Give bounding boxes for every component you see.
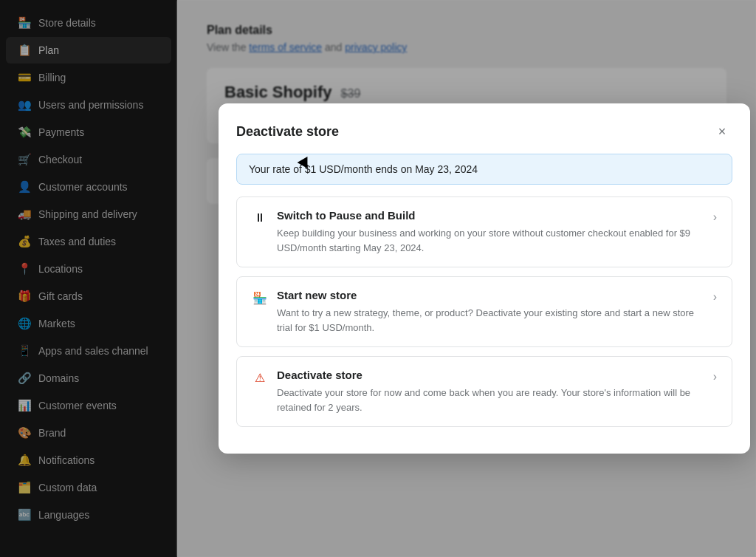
new-store-icon: 🏪	[252, 290, 268, 306]
deactivate-title: Deactivate store	[277, 369, 704, 381]
option-pause-build[interactable]: ⏸Switch to Pause and BuildKeep building …	[236, 197, 732, 267]
new-store-chevron-icon: ›	[713, 290, 717, 304]
rate-info-banner: Your rate of $1 USD/month ends on May 23…	[236, 154, 732, 185]
new-store-description: Want to try a new strategy, theme, or pr…	[277, 306, 704, 335]
pause-build-description: Keep building your business and working …	[277, 226, 704, 255]
option-deactivate[interactable]: ⚠Deactivate storeDeactivate your store f…	[236, 356, 732, 427]
modal-close-button[interactable]: ×	[712, 121, 732, 142]
option-new-store[interactable]: 🏪Start new storeWant to try a new strate…	[236, 276, 732, 347]
deactivate-chevron-icon: ›	[713, 370, 717, 383]
modal-options: ⏸Switch to Pause and BuildKeep building …	[236, 197, 732, 427]
new-store-content: Start new storeWant to try a new strateg…	[277, 289, 704, 335]
modal-title: Deactivate store	[236, 124, 339, 140]
modal-header: Deactivate store ×	[236, 121, 732, 142]
pause-build-content: Switch to Pause and BuildKeep building y…	[277, 209, 704, 255]
pause-build-chevron-icon: ›	[713, 211, 717, 224]
new-store-title: Start new store	[277, 289, 704, 301]
deactivate-description: Deactivate your store for now and come b…	[277, 386, 704, 414]
deactivate-store-modal: Deactivate store × Your rate of $1 USD/m…	[219, 103, 750, 454]
deactivate-content: Deactivate storeDeactivate your store fo…	[277, 369, 704, 414]
pause-build-title: Switch to Pause and Build	[277, 209, 704, 222]
pause-build-icon: ⏸	[252, 210, 268, 226]
deactivate-icon: ⚠	[252, 369, 268, 386]
